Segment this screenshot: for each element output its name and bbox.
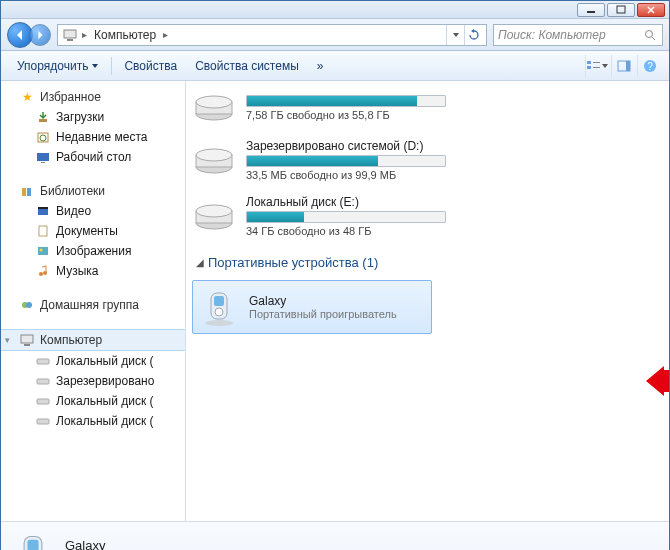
sidebar-computer-header[interactable]: ▾Компьютер: [1, 329, 185, 351]
documents-icon: [35, 223, 51, 239]
properties-button[interactable]: Свойства: [116, 55, 185, 77]
device-type: Портативный проигрыватель: [249, 308, 397, 320]
svg-rect-30: [21, 335, 33, 343]
drive-name: Зарезервировано системой (D:): [246, 139, 446, 153]
forward-button[interactable]: [29, 24, 51, 46]
svg-rect-33: [37, 379, 49, 384]
drive-row[interactable]: 7,58 ГБ свободно из 55,8 ГБ: [186, 85, 659, 129]
svg-point-38: [196, 96, 232, 108]
toolbar: Упорядочить Свойства Свойства системы » …: [1, 51, 669, 81]
drive-icon: [35, 373, 51, 389]
sidebar-item-documents[interactable]: Документы: [1, 221, 185, 241]
sidebar-item-drive[interactable]: Зарезервировано: [1, 371, 185, 391]
address-bar[interactable]: ▸ Компьютер ▸: [57, 24, 487, 46]
usage-bar: [246, 95, 446, 107]
recent-icon: [35, 129, 51, 145]
svg-rect-23: [39, 226, 47, 236]
svg-rect-14: [39, 119, 47, 122]
portable-devices-header[interactable]: ◢ Портативные устройства (1): [186, 247, 659, 276]
sidebar-item-video[interactable]: Видео: [1, 201, 185, 221]
sidebar-item-recent[interactable]: Недавние места: [1, 127, 185, 147]
svg-rect-7: [587, 66, 591, 69]
drive-row[interactable]: Зарезервировано системой (D:) 33,5 МБ св…: [186, 135, 659, 185]
usage-bar: [246, 155, 446, 167]
portable-player-icon: [13, 532, 53, 551]
sidebar-item-pictures[interactable]: Изображения: [1, 241, 185, 261]
details-name: Galaxy: [65, 538, 213, 550]
drive-free-text: 34 ГБ свободно из 48 ГБ: [246, 225, 446, 237]
device-name: Galaxy: [249, 294, 397, 308]
usage-fill: [247, 96, 417, 106]
svg-rect-32: [37, 359, 49, 364]
maximize-button[interactable]: [607, 3, 635, 17]
svg-point-29: [26, 302, 32, 308]
red-arrow-icon: [646, 366, 669, 400]
svg-rect-9: [593, 67, 600, 68]
titlebar: [1, 1, 669, 19]
system-properties-button[interactable]: Свойства системы: [187, 55, 307, 77]
sidebar-item-drive[interactable]: Локальный диск (: [1, 391, 185, 411]
portable-player-icon: [199, 287, 239, 327]
svg-rect-34: [37, 399, 49, 404]
sidebar-item-drive[interactable]: Локальный диск (: [1, 411, 185, 431]
toolbar-overflow-button[interactable]: »: [309, 55, 332, 77]
computer-icon: [19, 332, 35, 348]
close-button[interactable]: [637, 3, 665, 17]
sidebar-item-music[interactable]: Музыка: [1, 261, 185, 281]
drive-icon: [35, 413, 51, 429]
sidebar-libraries-header[interactable]: Библиотеки: [1, 181, 185, 201]
search-input[interactable]: Поиск: Компьютер: [493, 24, 663, 46]
sidebar-favorites-header[interactable]: ★Избранное: [1, 87, 185, 107]
details-pane: Galaxy Портативный проигрыватель: [1, 521, 669, 550]
search-icon: [642, 27, 658, 43]
nav-buttons: [7, 22, 51, 48]
sidebar: ★Избранное Загрузки Недавние места Рабоч…: [1, 81, 186, 521]
refresh-button[interactable]: [464, 25, 482, 45]
help-button[interactable]: ?: [637, 55, 661, 77]
usage-fill: [247, 156, 378, 166]
svg-rect-8: [593, 62, 600, 63]
sidebar-item-desktop[interactable]: Рабочий стол: [1, 147, 185, 167]
nav-row: ▸ Компьютер ▸ Поиск: Компьютер: [1, 19, 669, 51]
svg-point-41: [196, 149, 232, 161]
svg-rect-17: [37, 153, 49, 161]
chevron-right-icon: ▸: [163, 29, 168, 40]
svg-line-5: [652, 37, 655, 40]
svg-rect-19: [22, 188, 26, 196]
sidebar-item-drive[interactable]: Локальный диск (: [1, 351, 185, 371]
music-icon: [35, 263, 51, 279]
svg-rect-11: [626, 61, 630, 71]
svg-rect-3: [67, 39, 73, 41]
preview-pane-button[interactable]: [611, 55, 635, 77]
svg-rect-18: [41, 162, 45, 163]
drive-row[interactable]: Локальный диск (E:) 34 ГБ свободно из 48…: [186, 191, 659, 241]
sidebar-homegroup-header[interactable]: Домашняя группа: [1, 295, 185, 315]
minimize-button[interactable]: [577, 3, 605, 17]
chevron-right-icon: ▸: [82, 29, 87, 40]
device-item-galaxy[interactable]: Galaxy Портативный проигрыватель: [192, 280, 432, 334]
hard-drive-icon: [192, 198, 236, 234]
drive-name: Локальный диск (E:): [246, 195, 446, 209]
svg-rect-51: [27, 539, 38, 550]
organize-menu[interactable]: Упорядочить: [9, 55, 107, 77]
video-icon: [35, 203, 51, 219]
svg-point-25: [40, 249, 43, 252]
view-options-button[interactable]: [585, 55, 609, 77]
svg-rect-35: [37, 419, 49, 424]
svg-text:?: ?: [647, 61, 653, 72]
drive-free-text: 7,58 ГБ свободно из 55,8 ГБ: [246, 109, 446, 121]
drive-icon: [35, 353, 51, 369]
desktop-icon: [35, 149, 51, 165]
address-dropdown-button[interactable]: [446, 25, 464, 45]
svg-point-44: [196, 205, 232, 217]
svg-point-26: [39, 272, 43, 276]
computer-icon: [62, 27, 78, 43]
breadcrumb-segment[interactable]: Компьютер: [91, 28, 159, 42]
svg-rect-0: [587, 11, 595, 13]
svg-point-48: [215, 308, 223, 316]
collapse-icon: ◢: [196, 257, 204, 268]
libraries-icon: [19, 183, 35, 199]
sidebar-item-downloads[interactable]: Загрузки: [1, 107, 185, 127]
svg-rect-2: [64, 30, 76, 38]
download-icon: [35, 109, 51, 125]
